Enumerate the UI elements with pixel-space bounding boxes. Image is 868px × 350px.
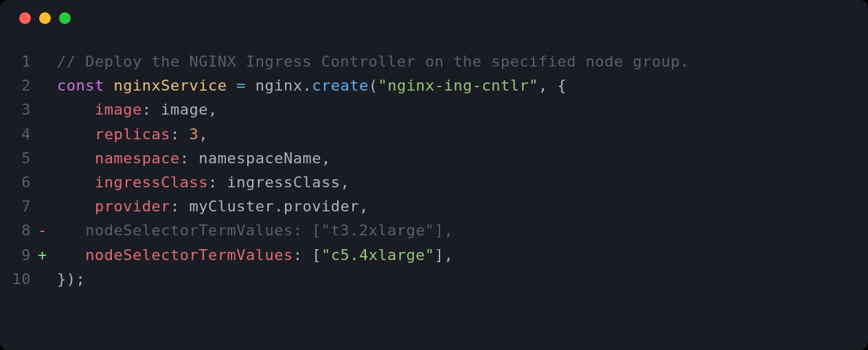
- token: [57, 150, 95, 167]
- code-editor[interactable]: 1// Deploy the NGINX Ingress Controller …: [0, 36, 868, 305]
- close-icon[interactable]: [19, 12, 31, 24]
- code-content: replicas: 3,: [57, 122, 208, 146]
- token: nginxService: [113, 77, 227, 94]
- gutter: [38, 49, 57, 73]
- token: :: [142, 101, 161, 118]
- code-line: 8- nodeSelectorTermValues: ["t3.2xlarge"…: [7, 218, 854, 242]
- line-number: 3: [7, 97, 38, 121]
- code-line: 1// Deploy the NGINX Ingress Controller …: [7, 49, 854, 73]
- gutter: [38, 73, 57, 97]
- line-number: 8: [7, 218, 38, 242]
- code-line: 6 ingressClass: ingressClass,: [7, 170, 854, 194]
- token: [227, 77, 236, 94]
- token: [104, 77, 114, 94]
- token: .: [274, 198, 284, 215]
- code-line: 3 image: image,: [7, 97, 854, 121]
- token: ,: [359, 198, 369, 215]
- token: replicas: [95, 126, 170, 143]
- token: [246, 77, 255, 94]
- code-content: // Deploy the NGINX Ingress Controller o…: [57, 49, 689, 73]
- code-line: 9+ nodeSelectorTermValues: ["c5.4xlarge"…: [7, 243, 854, 267]
- token: :: [170, 126, 190, 143]
- token: image: [95, 101, 142, 118]
- maximize-icon[interactable]: [59, 12, 71, 24]
- token: [57, 126, 95, 143]
- token: , {: [538, 77, 567, 94]
- diff-removed-icon: -: [38, 218, 57, 242]
- code-content: namespace: namespaceName,: [57, 146, 331, 170]
- token: :: [208, 174, 227, 191]
- token: 3: [189, 126, 198, 143]
- code-line: 7 provider: myCluster.provider,: [7, 194, 854, 218]
- line-number: 5: [7, 146, 38, 170]
- gutter: [38, 267, 57, 291]
- token: [57, 174, 95, 191]
- token: [57, 101, 95, 118]
- line-number: 4: [7, 122, 38, 146]
- token: provider: [95, 198, 170, 215]
- diff-added-icon: +: [38, 243, 57, 267]
- code-line: 5 namespace: namespaceName,: [7, 146, 854, 170]
- line-number: 9: [7, 243, 38, 267]
- token: image: [161, 101, 208, 118]
- token: : [: [293, 246, 321, 264]
- code-line: 4 replicas: 3,: [7, 122, 854, 146]
- token: "nginx-ing-cntlr": [378, 77, 538, 94]
- token: :: [170, 198, 190, 215]
- token: nodeSelectorTermValues: ["t3.2xlarge"],: [57, 222, 453, 239]
- gutter: [38, 170, 57, 194]
- line-number: 1: [7, 49, 38, 73]
- token: nodeSelectorTermValues: [85, 246, 293, 264]
- line-number: 6: [7, 170, 38, 194]
- gutter: [38, 122, 57, 146]
- line-number: 10: [7, 267, 38, 291]
- code-content: const nginxService = nginx.create("nginx…: [57, 73, 567, 97]
- token: ,: [340, 174, 350, 191]
- gutter: [38, 146, 57, 170]
- token: [57, 246, 85, 264]
- code-line: 10});: [7, 267, 854, 291]
- code-content: provider: myCluster.provider,: [57, 194, 369, 218]
- token: const: [57, 77, 104, 94]
- gutter: [38, 194, 57, 218]
- token: });: [57, 270, 85, 288]
- token: .: [302, 77, 312, 94]
- code-content: image: image,: [57, 97, 218, 121]
- code-line: 2const nginxService = nginx.create("ngin…: [7, 73, 854, 97]
- token: create: [312, 77, 368, 94]
- token: namespace: [95, 150, 180, 167]
- line-number: 7: [7, 194, 38, 218]
- line-number: 2: [7, 73, 38, 97]
- token: [57, 198, 95, 215]
- token: ,: [321, 150, 331, 167]
- code-window: 1// Deploy the NGINX Ingress Controller …: [0, 0, 868, 350]
- token: ],: [435, 246, 454, 264]
- token: // Deploy the NGINX Ingress Controller o…: [57, 53, 689, 70]
- code-content: nodeSelectorTermValues: ["c5.4xlarge"],: [57, 243, 453, 267]
- code-content: nodeSelectorTermValues: ["t3.2xlarge"],: [57, 218, 453, 242]
- titlebar: [0, 0, 868, 36]
- token: namespaceName: [198, 150, 321, 167]
- code-content: ingressClass: ingressClass,: [57, 170, 350, 194]
- token: provider: [284, 198, 359, 215]
- token: (: [369, 77, 378, 94]
- token: ingressClass: [227, 174, 340, 191]
- token: :: [180, 150, 199, 167]
- token: nginx: [255, 77, 303, 94]
- token: =: [236, 77, 246, 94]
- gutter: [38, 97, 57, 121]
- token: ingressClass: [95, 174, 208, 191]
- minimize-icon[interactable]: [39, 12, 51, 24]
- token: ,: [208, 101, 218, 118]
- token: "c5.4xlarge": [321, 246, 435, 264]
- token: ,: [198, 126, 208, 143]
- code-content: });: [57, 267, 85, 291]
- token: myCluster: [189, 198, 274, 215]
